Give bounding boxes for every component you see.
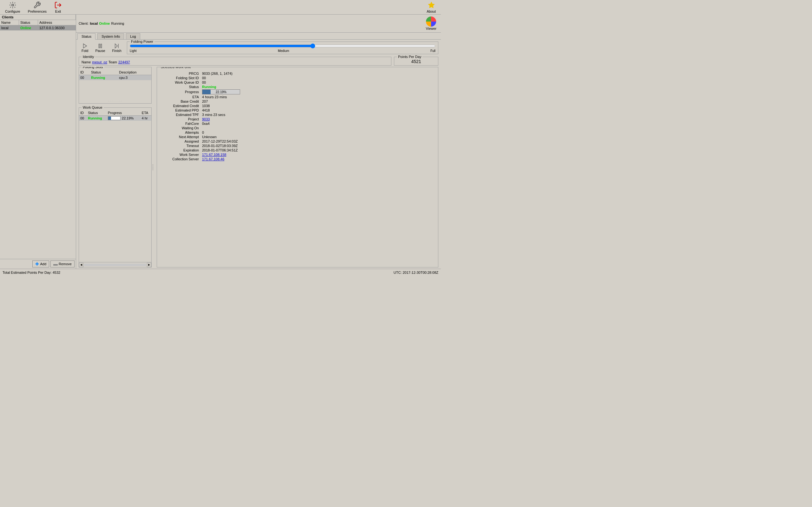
slider-container: [130, 44, 436, 49]
wu-work-queue-row: Work Queue ID 00: [160, 80, 435, 84]
fold-button[interactable]: Fold: [79, 42, 91, 54]
svg-point-0: [12, 4, 14, 6]
wu-prcg-value: 9033 (268, 1, 1474): [202, 72, 435, 75]
wu-progress-container: 22.19%: [202, 89, 435, 95]
queue-table: ID Status Progress ETA 00 Running: [79, 110, 151, 121]
fold-label: Fold: [82, 49, 88, 53]
wu-est-tpf-value: 3 mins 23 secs: [202, 113, 435, 117]
about-button[interactable]: About: [423, 1, 440, 14]
wu-base-credit-row: Base Credit 207: [160, 100, 435, 103]
identity-team-link[interactable]: 224497: [118, 60, 130, 64]
main-area: Clients Name Status Address local Online…: [0, 14, 441, 269]
wu-project-value: 9033: [202, 117, 435, 121]
wu-box-label: Selected Work Unit: [159, 67, 192, 69]
fold-controls: Fold Pause Finish: [79, 42, 124, 54]
clients-col-address: Address: [38, 20, 76, 25]
clients-actions: ✚ Add ▬ Remove: [0, 259, 76, 269]
wu-status-running: Running: [202, 85, 216, 89]
wu-status-row: Status Running: [160, 85, 435, 89]
scroll-right-btn[interactable]: ▶: [147, 263, 151, 267]
folding-power-section: Folding Power Light Medium Full: [127, 42, 438, 54]
viewer-button[interactable]: Viewer: [424, 16, 438, 31]
wu-est-ppd-label: Estimated PPD: [160, 108, 201, 112]
pause-button[interactable]: Pause: [92, 42, 108, 54]
about-label: About: [426, 9, 436, 13]
queue-box: Work Queue ID Status Progress ETA: [79, 107, 152, 268]
wu-timeout-row: Timeout 2018-01-02T18:03:39Z: [160, 144, 435, 148]
wu-eta-label: ETA: [160, 95, 201, 99]
right-panel: Client: local Online Running Viewer Stat…: [76, 14, 441, 269]
clients-list: local Online 127.0.0.1:36330: [0, 25, 76, 259]
team-field-label: Team: [108, 60, 117, 64]
add-client-button[interactable]: ✚ Add: [32, 261, 49, 268]
exit-button[interactable]: Exit: [50, 1, 66, 14]
slots-box: Folding Slots ID Status Description: [79, 67, 152, 104]
tab-log[interactable]: Log: [126, 33, 140, 39]
slots-resize-handle[interactable]: · · · · · · ·: [79, 99, 151, 103]
wu-attempts-value: 0: [202, 130, 435, 134]
preferences-icon: [33, 1, 41, 9]
wu-project-row: Project 9033: [160, 117, 435, 121]
wu-est-tpf-label: Estimated TPF: [160, 113, 201, 117]
resize-dot: [153, 166, 153, 166]
preferences-button[interactable]: Preferences: [24, 1, 50, 14]
wu-next-attempt-value: Unknown: [202, 135, 435, 139]
queue-scrollbar[interactable]: ◀ ▶: [79, 262, 151, 267]
identity-name-link[interactable]: mesut_oz: [92, 60, 107, 64]
viewer-icon: [426, 16, 436, 26]
remove-client-button[interactable]: ▬ Remove: [50, 261, 74, 268]
wu-base-credit-value: 207: [202, 100, 435, 103]
medium-label: Medium: [278, 49, 289, 53]
queue-progress-cell: 22.19%: [108, 116, 139, 120]
svg-marker-3: [83, 44, 87, 48]
finish-button[interactable]: Finish: [109, 42, 124, 54]
light-label: Light: [130, 49, 137, 53]
wu-fahcore-label: FahCore: [160, 122, 201, 125]
configure-button[interactable]: Configure: [1, 1, 24, 14]
wu-project-label: Project: [160, 117, 201, 121]
tab-system-info[interactable]: System Info: [97, 33, 124, 39]
wu-collection-server-link[interactable]: 171.67.108.46: [202, 157, 224, 161]
panel-resize-handle[interactable]: [152, 67, 154, 268]
client-row[interactable]: local Online 127.0.0.1:36330: [0, 25, 76, 31]
folding-power-row: Fold Pause Finish: [79, 42, 438, 54]
wu-box: Selected Work Unit PRCG 9033 (268, 1, 14…: [157, 67, 438, 268]
tab-status[interactable]: Status: [78, 33, 96, 40]
wu-work-server-link[interactable]: 171.67.108.158: [202, 153, 226, 157]
exit-icon: [54, 1, 62, 9]
wu-fahcore-row: FahCore 0xa4: [160, 122, 435, 125]
toolbar: Configure Preferences Exit About: [0, 0, 441, 14]
wu-folding-slot-value: 00: [202, 76, 435, 80]
configure-label: Configure: [5, 9, 20, 13]
queue-col-eta: ETA: [141, 110, 151, 116]
wu-est-tpf-row: Estimated TPF 3 mins 23 secs: [160, 113, 435, 117]
slots-table: ID Status Description 00 Running cpu:3: [79, 70, 151, 80]
scroll-left-btn[interactable]: ◀: [79, 263, 84, 267]
queue-box-label: Work Queue: [82, 106, 104, 109]
wu-est-ppd-value: 4418: [202, 108, 435, 112]
queue-progress-bar: [108, 116, 120, 120]
configure-icon: [9, 1, 16, 9]
slots-empty-space: [79, 80, 151, 99]
wu-assigned-value: 2017-12-29T22:54:03Z: [202, 139, 435, 143]
wu-progress-text: 22.19%: [202, 90, 240, 95]
wu-expiration-label: Expiration: [160, 148, 201, 152]
client-address: 127.0.0.1:36330: [39, 26, 74, 30]
full-label: Full: [430, 49, 436, 53]
pause-icon: [97, 43, 103, 49]
wu-est-credit-label: Estimated Credit: [160, 104, 201, 108]
remove-label: Remove: [59, 262, 72, 266]
preferences-label: Preferences: [28, 9, 47, 13]
wu-progress-label: Progress: [160, 89, 201, 95]
wu-project-link[interactable]: 9033: [202, 117, 210, 121]
wu-prcg-label: PRCG: [160, 72, 201, 75]
queue-progress: 22.19%: [107, 116, 141, 121]
queue-row[interactable]: 00 Running 22.19%: [79, 116, 151, 121]
client-header-bar: Client: local Online Running Viewer: [76, 14, 441, 33]
viewer-label: Viewer: [426, 26, 437, 31]
clients-col-status: Status: [19, 20, 38, 25]
bottom-section: Folding Slots ID Status Description: [79, 67, 438, 268]
power-slider[interactable]: [130, 44, 436, 48]
slot-row[interactable]: 00 Running cpu:3: [79, 75, 151, 80]
wu-est-ppd-row: Estimated PPD 4418: [160, 108, 435, 112]
